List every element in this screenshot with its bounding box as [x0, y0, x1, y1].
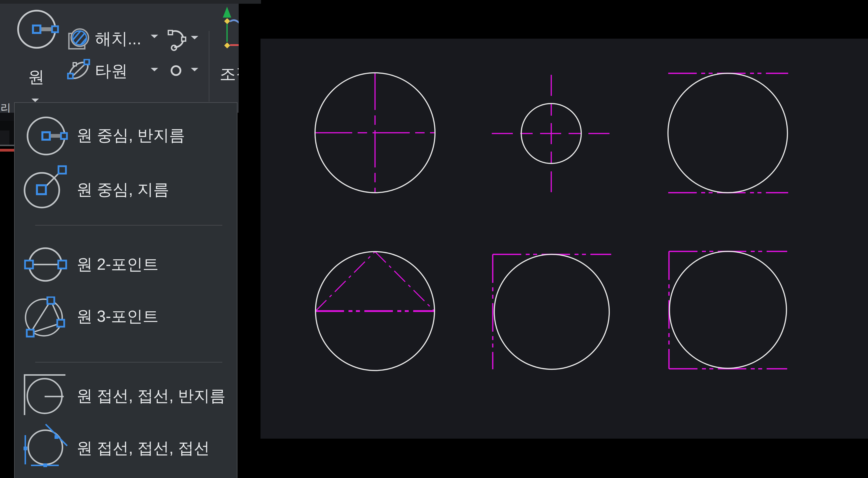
menu-item-label: 원 접선, 접선, 반지름: [76, 387, 225, 404]
title-strip: [0, 0, 261, 4]
hatch-label: 해치...: [95, 30, 141, 47]
ellipse-label: 타원: [95, 62, 128, 79]
arc-3point-icon: [165, 26, 190, 52]
hatch-icon: [67, 26, 90, 51]
drawing-area-border: [0, 145, 14, 146]
ellipse-button[interactable]: 타원: [65, 58, 145, 85]
menu-item-label: 원 접선, 접선, 접선: [76, 439, 210, 457]
circle-tool-chevron-down-icon[interactable]: [31, 99, 39, 102]
circle-tool-button[interactable]: 원: [12, 6, 62, 100]
circle-tangent-tangent-radius-icon: [22, 371, 69, 419]
ribbon-draw-panel: 원 해치...: [0, 4, 239, 113]
circle-3point-icon: [24, 297, 67, 340]
menu-item-circle-tan-tan-radius[interactable]: 원 접선, 접선, 반지름: [14, 368, 237, 420]
donut-chevron-down-icon[interactable]: [191, 68, 198, 71]
menu-item-circle-center-radius[interactable]: 원 중심, 반지름: [14, 114, 237, 160]
circle-dropdown-menu: 원 중심, 반지름 원 중심, 지름 원 2-포인트: [14, 102, 238, 478]
document-tab-partial: [0, 121, 14, 145]
donut-icon: [169, 64, 182, 77]
donut-button[interactable]: [168, 63, 184, 78]
adjust-tool-button[interactable]: 조정: [218, 5, 239, 102]
drawing-canvas[interactable]: [260, 39, 868, 439]
menu-item-label: 원 중심, 반지름: [76, 127, 185, 144]
circle-center-diameter-icon: [23, 163, 70, 210]
circle-tool-label: 원: [27, 68, 45, 86]
hatch-chevron-down-icon[interactable]: [151, 35, 158, 38]
menu-item-circle-3point[interactable]: 원 3-포인트: [14, 292, 237, 341]
menu-item-label: 원 중심, 지름: [76, 181, 169, 198]
menu-separator: [35, 362, 222, 363]
red-entity-sliver: [0, 149, 14, 151]
arc-tool-button[interactable]: [163, 25, 191, 54]
circle-2point-icon: [24, 244, 67, 285]
menu-item-label: 원 3-포인트: [76, 308, 159, 325]
circle-center-radius-icon: [15, 8, 60, 50]
document-tab-inner: [0, 131, 9, 145]
arc-chevron-down-icon[interactable]: [191, 36, 198, 39]
ellipse-chevron-down-icon[interactable]: [151, 68, 158, 71]
menu-separator: [35, 225, 222, 226]
adjust-label: 조정: [220, 65, 239, 82]
circle-center-radius-icon: [25, 116, 70, 158]
circle-tangent-tangent-tangent-icon: [22, 420, 69, 469]
panel-title-clipped: 리: [0, 103, 11, 113]
menu-item-circle-2point[interactable]: 원 2-포인트: [14, 241, 237, 288]
menu-item-label: 원 2-포인트: [76, 255, 159, 273]
menu-item-circle-center-diameter[interactable]: 원 중심, 지름: [14, 160, 237, 209]
spline-icon: [220, 6, 239, 49]
ellipse-icon: [67, 59, 92, 82]
panel-separator: [209, 31, 210, 102]
hatch-button[interactable]: 해치...: [66, 25, 145, 53]
cad-application-window: 원 해치...: [0, 0, 868, 478]
menu-item-circle-tan-tan-tan[interactable]: 원 접선, 접선, 접선: [14, 418, 237, 471]
document-tab-gap: [0, 113, 14, 121]
